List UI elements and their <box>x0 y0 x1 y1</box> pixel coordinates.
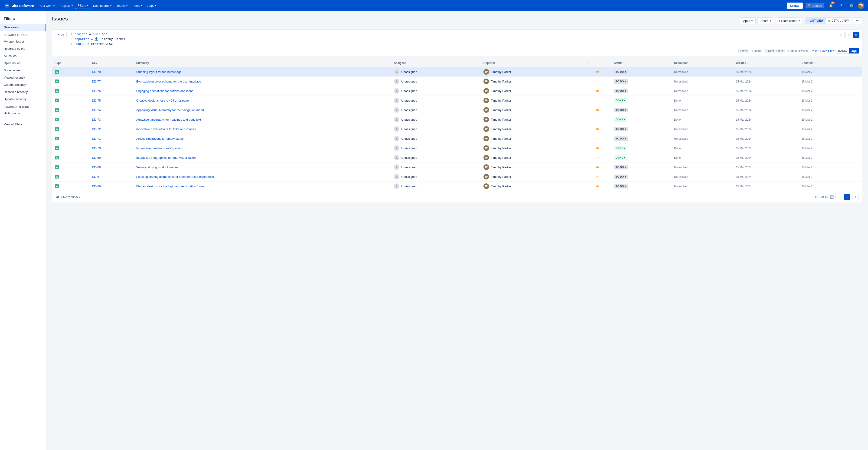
issue-summary[interactable]: Appealing visual hierarchy for the navig… <box>136 108 204 112</box>
issue-key[interactable]: DD-73 <box>92 118 101 121</box>
issue-key[interactable]: DD-77 <box>92 80 101 83</box>
sidebar-view-all-filters[interactable]: View all filters <box>0 121 46 128</box>
column-type[interactable]: Type <box>52 59 89 67</box>
issue-key[interactable]: DD-75 <box>92 99 101 102</box>
issue-summary[interactable]: Attractive typography for headings and b… <box>136 118 201 121</box>
status-badge[interactable]: DONE ▾ <box>614 117 627 122</box>
jql-code-editor[interactable]: 1 project = "DD" and 2 reporter = 👤 Timo… <box>68 32 836 46</box>
nav-teams[interactable]: Teams ▾ <box>114 3 130 9</box>
feedback-button[interactable]: 📣 Give feedback <box>56 195 80 199</box>
status-badge[interactable]: TO DO ▾ <box>614 127 628 131</box>
column-resolution[interactable]: Resolution <box>671 59 733 67</box>
status-badge[interactable]: TO DO ▾ <box>614 174 628 179</box>
column-key[interactable]: Key <box>89 59 133 67</box>
list-view-button[interactable]: ≡ LIST VIEW <box>805 18 826 24</box>
columns-settings-icon[interactable]: ⊞ <box>814 61 816 65</box>
issue-summary[interactable]: Pleasing loading animations for smoother… <box>136 175 214 178</box>
page-1-button[interactable]: 1 <box>844 194 850 200</box>
column-status[interactable]: Status <box>611 59 671 67</box>
status-badge[interactable]: TO DO ▾ <box>614 108 628 112</box>
status-badge[interactable]: DONE ▾ <box>614 156 627 160</box>
table-row[interactable]: A DD-72 Innovative hover effects for lin… <box>52 124 862 134</box>
apps-button[interactable]: Apps ▾ <box>740 18 755 24</box>
column-updated[interactable]: Updated ⊞ <box>799 59 862 67</box>
jql-help-button[interactable]: ? <box>845 32 852 38</box>
status-badge[interactable]: TO DO ▾ <box>614 165 628 169</box>
column-reporter[interactable]: Reporter <box>481 59 584 67</box>
nav-plans[interactable]: Plans ▾ <box>130 3 145 9</box>
settings-button[interactable]: ⚙️ <box>847 2 855 9</box>
refresh-icon[interactable]: 🔄 <box>830 195 834 199</box>
nav-filters[interactable]: Filters ▾ <box>75 2 90 9</box>
table-row[interactable]: A DD-77 Eye-catching color scheme for th… <box>52 77 862 86</box>
prev-page-button[interactable]: ‹ <box>836 194 842 200</box>
export-button[interactable]: Export issues ▾ <box>776 18 803 24</box>
detail-view-button[interactable]: ⊞ DETAIL VIEW <box>826 18 851 24</box>
issue-summary[interactable]: Engaging animations for buttons and icon… <box>136 89 193 93</box>
jql-search-button[interactable]: 🔍 <box>853 32 860 38</box>
status-badge[interactable]: TO DO ▾ <box>614 79 628 84</box>
table-row[interactable]: A DD-67 Pleasing loading animations for … <box>52 172 862 181</box>
status-badge[interactable]: DONE ▾ <box>614 98 627 103</box>
column-summary[interactable]: Summary <box>133 59 391 67</box>
ai-button[interactable]: ✦ AI <box>55 32 67 38</box>
status-badge[interactable]: TO DO ▾ <box>614 184 628 189</box>
issue-summary[interactable]: Eye-catching color scheme for the user i… <box>136 80 201 83</box>
status-badge[interactable]: TO DO ▾ <box>614 89 628 93</box>
basic-mode-button[interactable]: BASIC <box>836 48 849 53</box>
issue-key[interactable]: DD-78 <box>92 70 101 74</box>
nav-apps[interactable]: Apps ▾ <box>145 3 159 9</box>
table-row[interactable]: A DD-73 Attractive typography for headin… <box>52 115 862 124</box>
table-row[interactable]: A DD-68 Visually striking product images… <box>52 163 862 172</box>
status-badge[interactable]: TO DO ▾ <box>614 70 628 74</box>
issue-summary[interactable]: Interactive infographics for data visual… <box>136 156 196 160</box>
sidebar-item-reported-by-me[interactable]: Reported by me <box>0 45 46 52</box>
column-created[interactable]: Created ↓ <box>733 59 799 67</box>
table-row[interactable]: A DD-70 Impressive parallax scrolling ef… <box>52 143 862 153</box>
table-row[interactable]: A DD-74 Appealing visual hierarchy for t… <box>52 105 862 115</box>
issue-key[interactable]: DD-74 <box>92 108 101 112</box>
issue-key[interactable]: DD-66 <box>92 185 101 188</box>
nav-your-work[interactable]: Your work ▾ <box>37 3 57 9</box>
jql-expand-button[interactable]: ⤢ <box>838 32 844 38</box>
sidebar-item-done-issues[interactable]: Done issues <box>0 67 46 74</box>
create-button[interactable]: Create <box>787 3 803 9</box>
issue-summary[interactable]: Visually striking product images <box>136 166 179 169</box>
app-logo[interactable]: Jira Software <box>4 2 34 9</box>
issue-summary[interactable]: Elegant designs for the login and regist… <box>136 185 204 188</box>
table-row[interactable]: A DD-69 Interactive infographics for dat… <box>52 153 862 163</box>
issue-key[interactable]: DD-70 <box>92 146 101 150</box>
more-options-button[interactable]: ••• <box>853 18 862 24</box>
issue-summary[interactable]: Stunning layout for the homepage <box>136 70 182 74</box>
status-badge[interactable]: DONE ▾ <box>614 146 627 150</box>
sidebar-item-all-issues[interactable]: All issues <box>0 52 46 59</box>
issue-key[interactable]: DD-69 <box>92 156 101 160</box>
issue-key[interactable]: DD-68 <box>92 166 101 169</box>
table-row[interactable]: A DD-71 Artistic illustrations for empty… <box>52 134 862 143</box>
share-button[interactable]: Share ▾ <box>757 18 774 24</box>
issue-key[interactable]: DD-71 <box>92 137 101 140</box>
issue-summary[interactable]: Artistic illustrations for empty states <box>136 137 184 140</box>
table-row[interactable]: A DD-78 Stunning layout for the homepage… <box>52 67 862 77</box>
issue-summary[interactable]: Impressive parallax scrolling effect <box>136 146 182 150</box>
nav-dashboards[interactable]: Dashboards ▾ <box>91 3 114 9</box>
issue-key[interactable]: DD-72 <box>92 128 101 131</box>
jql-mode-button[interactable]: JQL <box>849 48 859 53</box>
save-filter-button[interactable]: Save filter <box>820 49 834 53</box>
help-button[interactable]: ? <box>837 2 845 9</box>
issue-summary[interactable]: Creative designs for the 404 error page <box>136 99 189 102</box>
sidebar-new-search[interactable]: New search <box>0 24 46 31</box>
status-badge[interactable]: TO DO ▾ <box>614 136 628 141</box>
sidebar-item-resolved-recently[interactable]: Resolved recently <box>0 88 46 95</box>
reset-button[interactable]: Reset <box>811 49 818 53</box>
search-bar[interactable]: 🔍 Search <box>806 3 824 8</box>
user-avatar[interactable]: TP <box>858 2 864 9</box>
sidebar-item-created-recently[interactable]: Created recently <box>0 81 46 88</box>
sidebar-item-viewed-recently[interactable]: Viewed recently <box>0 74 46 81</box>
next-page-button[interactable]: › <box>852 194 859 200</box>
issue-summary[interactable]: Innovative hover effects for links and i… <box>136 128 196 131</box>
table-row[interactable]: A DD-66 Elegant designs for the login an… <box>52 181 862 191</box>
issue-key[interactable]: DD-67 <box>92 175 101 178</box>
sidebar-item-my-open-issues[interactable]: My open issues <box>0 38 46 45</box>
column-assignee[interactable]: Assignee <box>391 59 481 67</box>
